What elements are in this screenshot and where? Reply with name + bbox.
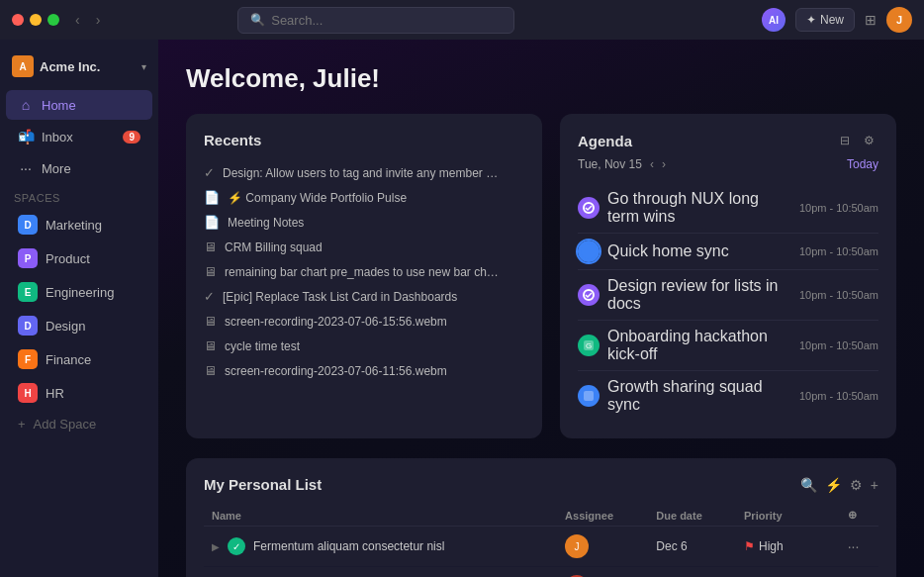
main-content: Welcome, Julie! Recents ✓ Design: Allow … [158,40,924,577]
close-button[interactable] [12,14,24,26]
task-icon: ✓ [204,289,215,304]
svg-rect-4 [584,391,594,401]
screen-icon: 🖥 [204,264,217,279]
sidebar-item-home[interactable]: ⌂ Home [6,90,152,120]
inbox-badge: 9 [123,131,140,144]
name-column-header: Name [204,505,557,527]
prev-date-button[interactable]: ‹ [650,157,654,171]
agenda-event[interactable]: G Onboarding hackathon kick-off 10pm - 1… [578,321,878,371]
event-name: Design review for lists in docs [607,277,791,313]
new-button[interactable]: ✦ New [795,8,855,32]
event-name: Quick home sync [607,242,791,260]
filter-button[interactable]: ⚡ [825,477,842,493]
row-more-button[interactable]: ··· [848,538,860,554]
app-body: A Acme Inc. ▾ ⌂ Home 📬 Inbox 9 ··· More … [0,40,924,577]
agenda-settings-button[interactable]: ⚙ [860,132,878,149]
agenda-event[interactable]: Growth sharing squad sync 10pm - 10:50am [578,371,878,421]
sidebar-item-design[interactable]: D Design [6,310,152,341]
search-tasks-button[interactable]: 🔍 [800,477,817,493]
list-item[interactable]: 🖥 screen-recording-2023-07-06-11:56.webm [204,358,524,383]
back-button[interactable]: ‹ [69,10,86,30]
agenda-card: Agenda ⊟ ⚙ Tue, Nov 15 ‹ › Today [560,114,896,438]
workspace-logo: A [12,55,34,77]
product-dot: P [18,248,38,268]
star-icon: ✦ [806,13,816,27]
grid-icon[interactable]: ⊞ [865,12,877,28]
sidebar: A Acme Inc. ▾ ⌂ Home 📬 Inbox 9 ··· More … [0,40,158,577]
next-date-button[interactable]: › [662,157,666,171]
list-actions: 🔍 ⚡ ⚙ + [800,477,878,493]
agenda-date: Tue, Nov 15 [578,157,642,171]
list-header: My Personal List 🔍 ⚡ ⚙ + [204,476,878,493]
actions-column-header: ⊕ [840,505,878,527]
task-name: Fermentum aliquam consectetur nisl [253,539,444,553]
list-item[interactable]: 🖥 remaining bar chart pre_mades to use n… [204,259,524,284]
event-time: 10pm - 10:50am [799,245,878,257]
list-item[interactable]: 🖥 screen-recording-2023-07-06-15:56.webm [204,309,524,334]
screen-icon: 🖥 [204,314,217,329]
list-item[interactable]: ✓ Design: Allow users to tag and invite … [204,160,524,185]
due-date: Dec 6 [648,527,736,567]
calendar-view-button[interactable]: ⊟ [836,132,854,149]
list-item[interactable]: 📄 Meeting Notes [204,210,524,235]
doc-icon: 📄 [204,190,220,205]
priority-column-header: Priority [736,505,840,527]
ai-badge[interactable]: AI [762,8,785,32]
priority-badge: ⚑ High [744,539,832,553]
sidebar-item-product[interactable]: P Product [6,242,152,274]
screen-icon: 🖥 [204,338,217,353]
list-item[interactable]: 🖥 CRM Billing squad [204,235,524,259]
minimize-button[interactable] [30,14,42,26]
workspace-name: Acme Inc. [40,59,100,74]
list-item[interactable]: ✓ [Epic] Replace Task List Card in Dashb… [204,284,524,309]
avatar: J [886,7,912,33]
sidebar-item-finance[interactable]: F Finance [6,343,152,375]
assignee-column-header: Assignee [557,505,648,527]
two-column-layout: Recents ✓ Design: Allow users to tag and… [186,114,896,438]
event-dot [578,385,600,407]
search-icon: 🔍 [250,13,265,27]
workspace-switcher[interactable]: A Acme Inc. ▾ [0,48,158,85]
list-item[interactable]: 📄 ⚡ Company Wide Portfolio Pulse [204,185,524,210]
list-item[interactable]: 🖥 cycle time test [204,334,524,358]
event-dot [578,197,600,219]
agenda-event[interactable]: Design review for lists in docs 10pm - 1… [578,270,878,321]
tasks-table: Name Assignee Due date Priority ⊕ ▶ [204,505,878,577]
personal-list-card: My Personal List 🔍 ⚡ ⚙ + Name Assignee D… [186,458,896,577]
today-button[interactable]: Today [847,157,878,171]
agenda-header: Agenda ⊟ ⚙ [578,132,878,149]
assignee-avatar: J [565,534,589,558]
forward-button[interactable]: › [90,10,107,30]
agenda-event[interactable]: Quick home sync 10pm - 10:50am [578,234,878,270]
agenda-date-row: Tue, Nov 15 ‹ › Today [578,157,878,171]
design-dot: D [18,316,38,336]
settings-button[interactable]: ⚙ [850,477,863,493]
event-dot [578,284,600,306]
table-row[interactable]: ▶ ✓ Fermentum aliquam consectetur nisl J… [204,527,878,567]
sidebar-item-engineering[interactable]: E Engineering [6,276,152,308]
search-bar[interactable]: 🔍 [237,7,514,34]
event-time: 10pm - 10:50am [799,202,878,214]
maximize-button[interactable] [47,14,59,26]
add-column-button[interactable]: + [871,477,878,493]
recents-card: Recents ✓ Design: Allow users to tag and… [186,114,542,438]
recents-title: Recents [204,132,524,148]
spaces-label: Spaces [0,184,158,208]
add-space-button[interactable]: + Add Space [6,411,152,437]
sidebar-item-marketing[interactable]: D Marketing [6,209,152,240]
sidebar-item-more[interactable]: ··· More [6,153,152,183]
agenda-controls: ⊟ ⚙ [836,132,878,149]
table-row[interactable]: ▶ ◕ Personal Task 2 J Dec 10 ⚑ [204,567,878,578]
inbox-icon: 📬 [18,129,34,144]
more-icon: ··· [18,160,34,176]
add-field-icon[interactable]: ⊕ [848,509,857,521]
sidebar-item-hr[interactable]: H HR [6,377,152,409]
due-date: Dec 10 [648,567,736,578]
plus-icon: + [18,417,26,432]
search-input[interactable] [271,13,502,28]
event-dot: G [578,335,600,356]
event-dot [578,240,600,262]
sidebar-item-inbox[interactable]: 📬 Inbox 9 [6,122,152,151]
agenda-event[interactable]: Go through NUX long term wins 10pm - 10:… [578,183,878,234]
doc-icon: 📄 [204,215,220,230]
